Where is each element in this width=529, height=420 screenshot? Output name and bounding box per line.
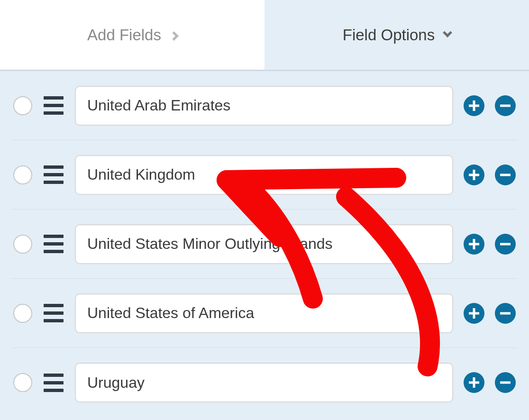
choice-label-input[interactable] (75, 293, 453, 333)
row-actions (464, 303, 516, 324)
drag-handle-icon[interactable] (43, 374, 64, 392)
remove-choice-button[interactable] (495, 303, 516, 324)
add-choice-button[interactable] (464, 234, 484, 255)
drag-handle-icon[interactable] (43, 304, 64, 322)
option-row (11, 140, 518, 210)
default-radio[interactable] (13, 304, 32, 323)
default-radio[interactable] (13, 235, 32, 254)
drag-handle-icon[interactable] (43, 235, 64, 253)
remove-choice-button[interactable] (495, 95, 516, 116)
chevron-right-icon (169, 31, 179, 41)
default-radio[interactable] (13, 165, 32, 184)
tab-field-options[interactable]: Field Options (264, 0, 529, 70)
add-choice-button[interactable] (464, 303, 484, 324)
add-choice-button[interactable] (464, 372, 484, 393)
remove-choice-button[interactable] (495, 164, 516, 185)
add-choice-button[interactable] (464, 164, 484, 185)
drag-handle-icon[interactable] (43, 96, 64, 115)
row-actions (464, 95, 516, 116)
option-row (11, 279, 518, 348)
remove-choice-button[interactable] (495, 372, 516, 393)
tab-add-fields[interactable]: Add Fields (0, 0, 264, 70)
option-row (11, 348, 518, 417)
option-row (11, 210, 518, 279)
choice-label-input[interactable] (75, 224, 453, 264)
tab-bar: Add Fields Field Options (0, 0, 529, 71)
drag-handle-icon[interactable] (43, 165, 64, 184)
tab-add-fields-label: Add Fields (87, 26, 161, 44)
choices-list (0, 71, 529, 417)
option-row (11, 71, 518, 140)
row-actions (464, 164, 516, 185)
remove-choice-button[interactable] (495, 234, 516, 255)
row-actions (464, 372, 516, 393)
tab-field-options-label: Field Options (343, 26, 435, 44)
row-actions (464, 234, 516, 255)
choice-label-input[interactable] (75, 363, 453, 402)
choice-label-input[interactable] (75, 155, 453, 195)
default-radio[interactable] (13, 373, 32, 392)
add-choice-button[interactable] (464, 95, 484, 116)
chevron-down-icon (443, 28, 452, 37)
default-radio[interactable] (13, 96, 32, 115)
choice-label-input[interactable] (75, 86, 453, 126)
